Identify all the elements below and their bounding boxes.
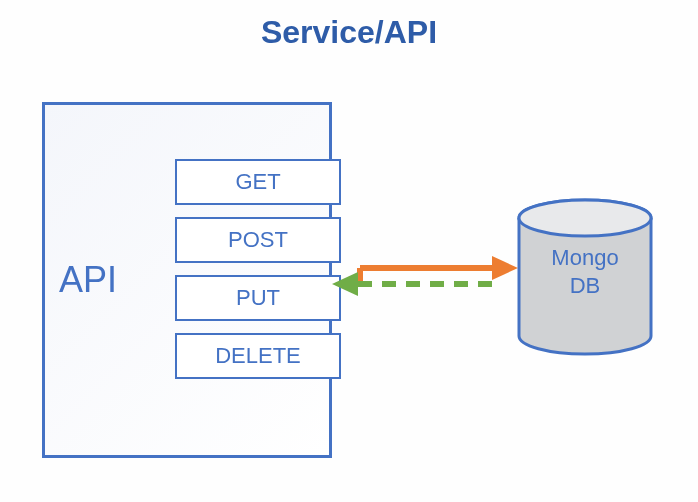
database-name-line1: Mongo: [551, 245, 618, 270]
http-methods-list: GET POST PUT DELETE: [175, 159, 341, 379]
bidirectional-arrow: [332, 254, 518, 302]
method-get: GET: [175, 159, 341, 205]
diagram-title: Service/API: [0, 14, 698, 51]
method-post: POST: [175, 217, 341, 263]
api-label: API: [59, 259, 117, 301]
api-container: API GET POST PUT DELETE: [42, 102, 332, 458]
database-cylinder: Mongo DB: [516, 198, 654, 356]
svg-point-6: [519, 200, 651, 236]
database-name-line2: DB: [570, 273, 601, 298]
svg-marker-2: [492, 256, 518, 280]
svg-marker-4: [332, 272, 358, 296]
method-put: PUT: [175, 275, 341, 321]
database-label: Mongo DB: [516, 244, 654, 299]
method-delete: DELETE: [175, 333, 341, 379]
